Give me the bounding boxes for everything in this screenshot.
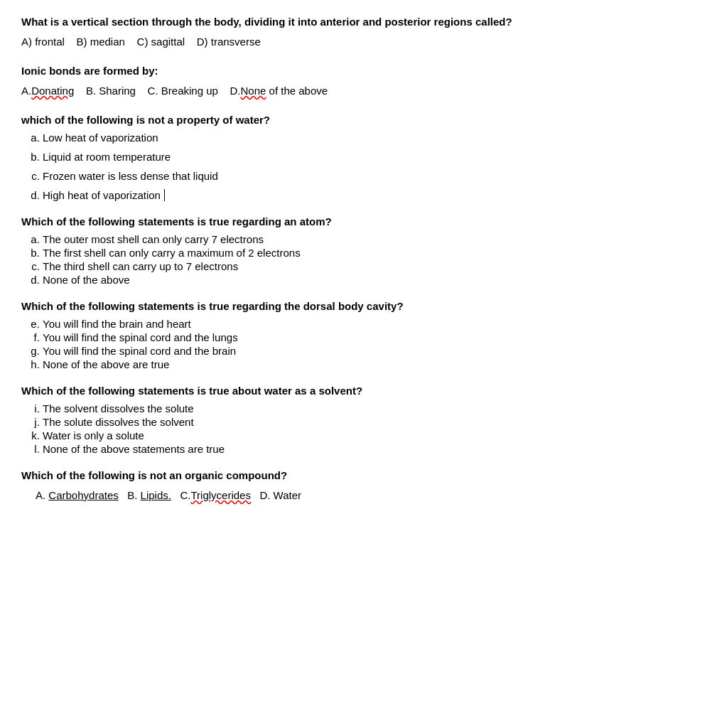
question-2-text: Ionic bonds are formed by:: [21, 63, 696, 78]
q5-option-g: You will find the spinal cord and the br…: [43, 345, 236, 357]
list-item: Low heat of vaporization: [43, 132, 696, 144]
q2-option-d-suffix: of the above: [266, 85, 328, 97]
list-item: None of the above statements are true: [43, 443, 696, 455]
question-4-text: Which of the following statements is tru…: [21, 214, 696, 229]
q2-option-a-text: Donating: [31, 85, 74, 97]
list-item: The solute dissolves the solvent: [43, 416, 696, 428]
question-3-list: Low heat of vaporization Liquid at room …: [43, 132, 696, 201]
question-2-options: A.Donating B. Sharing C. Breaking up D.N…: [21, 82, 696, 100]
question-6: Which of the following statements is tru…: [21, 383, 696, 455]
list-item: The third shell can carry up to 7 electr…: [43, 260, 696, 272]
question-4-list: The outer most shell can only carry 7 el…: [43, 233, 696, 286]
list-item: The solvent dissolves the solute: [43, 402, 696, 414]
q6-option-j: The solute dissolves the solvent: [43, 416, 194, 428]
q6-option-k: Water is only a solute: [43, 429, 144, 441]
question-1: What is a vertical section through the b…: [21, 14, 696, 50]
list-item: The first shell can only carry a maximum…: [43, 247, 696, 259]
q7-option-b-text: Lipids.: [141, 489, 171, 501]
q7-option-c-text: Triglycerides: [190, 489, 250, 501]
question-4: Which of the following statements is tru…: [21, 214, 696, 286]
cursor: [161, 189, 165, 201]
list-item: High heat of vaporization: [43, 189, 696, 201]
q6-option-i: The solvent dissolves the solute: [43, 402, 194, 414]
list-item: You will find the brain and heart: [43, 318, 696, 330]
list-item: None of the above: [43, 274, 696, 286]
q7-option-a-label: A.: [36, 489, 48, 501]
question-3-text: which of the following is not a property…: [21, 112, 696, 127]
question-7-text: Which of the following is not an organic…: [21, 468, 696, 483]
question-7-options: A. Carbohydrates B. Lipids. C.Triglyceri…: [36, 487, 696, 504]
q3-option-a: Low heat of vaporization: [43, 132, 158, 144]
question-5-list: You will find the brain and heart You wi…: [43, 318, 696, 370]
q5-option-e: You will find the brain and heart: [43, 318, 191, 330]
list-item: You will find the spinal cord and the br…: [43, 345, 696, 357]
q2-option-d-none: None: [241, 85, 266, 97]
list-item: None of the above are true: [43, 358, 696, 370]
q4-option-c: The third shell can carry up to 7 electr…: [43, 260, 238, 272]
list-item: Water is only a solute: [43, 429, 696, 441]
q4-option-b: The first shell can only carry a maximum…: [43, 247, 301, 259]
q6-option-l: None of the above statements are true: [43, 443, 225, 455]
q7-option-a-text: Carbohydrates: [48, 489, 118, 501]
q2-option-a-label: A.: [21, 85, 31, 97]
list-item: Frozen water is less dense that liquid: [43, 170, 696, 182]
question-6-list: The solvent dissolves the solute The sol…: [43, 402, 696, 455]
q7-option-b-label: B.: [127, 489, 140, 501]
q5-option-h: None of the above are true: [43, 358, 169, 370]
question-2: Ionic bonds are formed by: A.Donating B.…: [21, 63, 696, 100]
q4-option-d: None of the above: [43, 274, 130, 286]
question-7: Which of the following is not an organic…: [21, 468, 696, 504]
q7-option-c-label: C.: [180, 489, 190, 501]
list-item: Liquid at room temperature: [43, 151, 696, 163]
q5-option-f: You will find the spinal cord and the lu…: [43, 331, 238, 343]
question-5: Which of the following statements is tru…: [21, 299, 696, 370]
question-3: which of the following is not a property…: [21, 112, 696, 201]
question-6-text: Which of the following statements is tru…: [21, 383, 696, 398]
q3-option-c: Frozen water is less dense that liquid: [43, 170, 218, 182]
q2-option-d-label: D.: [230, 85, 241, 97]
question-5-text: Which of the following statements is tru…: [21, 299, 696, 314]
question-1-options: A) frontal B) median C) sagittal D) tran…: [21, 33, 696, 50]
q3-option-b: Liquid at room temperature: [43, 151, 171, 163]
q3-option-d: High heat of vaporization: [43, 189, 161, 201]
list-item: The outer most shell can only carry 7 el…: [43, 233, 696, 245]
q7-option-d-label: D. Water: [259, 489, 301, 501]
question-1-text: What is a vertical section through the b…: [21, 14, 696, 29]
q4-option-a: The outer most shell can only carry 7 el…: [43, 233, 264, 245]
list-item: You will find the spinal cord and the lu…: [43, 331, 696, 343]
